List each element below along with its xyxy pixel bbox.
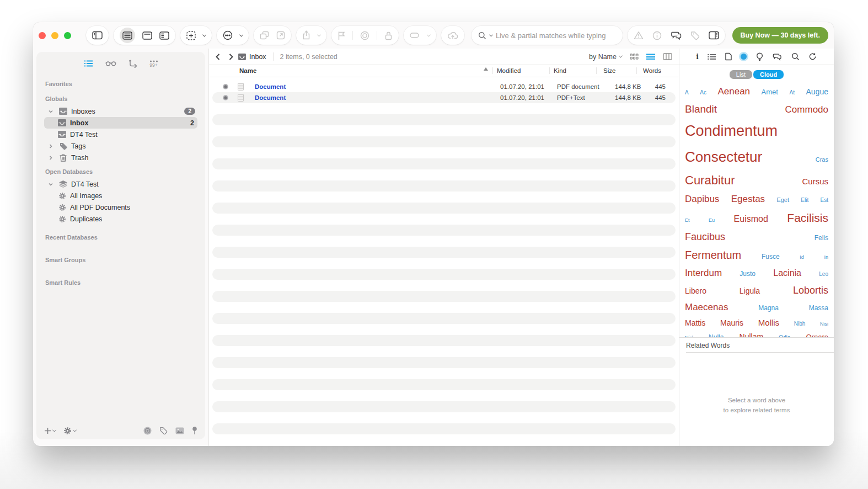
view-list-icon[interactable] <box>120 28 135 43</box>
cloud-word[interactable]: Blandit <box>685 100 717 118</box>
cloud-word[interactable]: Massa <box>809 302 828 314</box>
sidebar-item-dt4-inbox[interactable]: DT4 Test <box>44 129 197 140</box>
buy-now-button[interactable]: Buy Now — 30 days left. <box>732 27 828 44</box>
tab-search-icon[interactable] <box>791 52 800 61</box>
sidebar-item-inbox[interactable]: Inbox 2 <box>44 117 197 129</box>
capsule-icon[interactable] <box>410 32 420 39</box>
cloud-word[interactable]: Egestas <box>731 191 765 208</box>
back-icon[interactable] <box>216 54 220 60</box>
cloud-word[interactable]: Lobortis <box>793 281 828 299</box>
tab-document-icon[interactable] <box>725 52 732 61</box>
tag-icon[interactable] <box>690 31 700 40</box>
view-preview-icon[interactable] <box>159 31 169 40</box>
cloud-word[interactable]: Est <box>821 195 828 205</box>
cloud-word[interactable]: Lacinia <box>773 265 801 281</box>
cloud-word[interactable]: Cursus <box>802 174 828 189</box>
inspector-toggle-icon[interactable] <box>709 31 719 40</box>
capture-icon[interactable] <box>128 60 137 68</box>
image-filter-icon[interactable] <box>175 427 184 434</box>
flag-icon[interactable] <box>337 31 345 40</box>
capsule-chevron-icon[interactable] <box>427 34 430 37</box>
cloud-word[interactable]: At <box>790 88 795 98</box>
column-header-kind[interactable]: Kind <box>554 67 566 74</box>
cloud-word[interactable]: Euismod <box>734 211 768 227</box>
tab-annotations-icon[interactable] <box>708 54 716 60</box>
disclosure-open-icon[interactable] <box>46 183 55 186</box>
cloud-word[interactable]: Curabitur <box>685 169 735 191</box>
cloud-word[interactable]: Justo <box>740 268 756 280</box>
cloud-word[interactable]: Ornare <box>806 331 828 337</box>
cloud-word[interactable]: Eget <box>776 195 789 205</box>
add-item-icon[interactable] <box>186 31 196 40</box>
cloud-word[interactable]: Nibh <box>794 319 806 329</box>
sidebar-item-all-pdf-documents[interactable]: All PDF Documents <box>44 201 197 213</box>
sidebar-overflow-icon[interactable]: 99+ <box>149 60 158 68</box>
sidebar-item-duplicates[interactable]: Duplicates <box>44 213 197 225</box>
cloud-word[interactable]: Faucibus <box>685 228 725 246</box>
cloud-word[interactable]: Fermentum <box>685 246 741 265</box>
breadcrumb[interactable]: Inbox <box>238 53 266 61</box>
cloud-word[interactable]: Leo <box>819 269 828 279</box>
sidebar-item-inboxes[interactable]: Inboxes 2 <box>44 105 197 117</box>
cloud-word[interactable]: Dapibus <box>685 191 719 208</box>
info-icon[interactable] <box>652 31 662 40</box>
cloud-word[interactable]: Eu <box>709 216 715 225</box>
search-options-chevron-icon[interactable] <box>490 34 492 37</box>
list-view-icon[interactable] <box>646 54 655 60</box>
sidebar-toggle-icon[interactable] <box>92 31 103 40</box>
cloud-word[interactable]: Id <box>800 253 804 262</box>
cloud-word[interactable]: Nisi <box>820 320 828 328</box>
cloud-upload-icon[interactable] <box>447 31 458 40</box>
open-externally-icon[interactable] <box>276 31 285 40</box>
column-header-size[interactable]: Size <box>603 67 615 74</box>
label-circle-icon[interactable] <box>360 31 369 40</box>
tab-info-icon[interactable]: i <box>696 52 699 61</box>
cloud-word[interactable]: Commodo <box>785 102 828 118</box>
cloud-word[interactable]: Consectetur <box>685 144 762 169</box>
cloud-word[interactable]: Augue <box>806 85 828 99</box>
forward-icon[interactable] <box>229 54 233 60</box>
grid-view-icon[interactable] <box>630 54 639 60</box>
add-item-chevron-icon[interactable] <box>203 34 206 37</box>
concordance-cloud-tab[interactable]: Cloud <box>753 70 784 79</box>
cloud-word[interactable]: Mollis <box>758 316 779 330</box>
cloud-word[interactable]: Magna <box>758 302 779 314</box>
tab-chat-icon[interactable] <box>772 53 782 61</box>
sidebar-item-all-images[interactable]: All Images <box>44 190 197 201</box>
lock-icon[interactable] <box>384 31 393 40</box>
cloud-word[interactable]: Nullam <box>740 330 764 337</box>
sort-menu[interactable]: by Name <box>589 53 622 61</box>
sidebar-list-filter-icon[interactable] <box>84 60 93 67</box>
cloud-word[interactable]: Et <box>685 216 690 225</box>
share-icon[interactable] <box>302 30 310 40</box>
zoom-window-button[interactable] <box>64 32 71 39</box>
search-icon[interactable] <box>478 31 486 40</box>
cloud-word[interactable]: A <box>685 88 689 98</box>
cloud-word[interactable]: Elit <box>801 195 808 205</box>
close-window-button[interactable] <box>39 32 46 39</box>
add-database-button[interactable] <box>44 427 56 434</box>
warning-icon[interactable] <box>634 31 644 40</box>
cloud-word[interactable]: Ac <box>700 88 706 98</box>
cell-name[interactable]: Document <box>255 83 286 90</box>
column-header-modified[interactable]: Modified <box>497 67 521 74</box>
disclosure-open-icon[interactable] <box>46 110 55 113</box>
chat-icon[interactable] <box>671 31 682 40</box>
minimize-window-button[interactable] <box>51 32 58 39</box>
table-row[interactable]: Document01.07.20, 21:01PDF document144,8… <box>212 81 676 92</box>
view-split-icon[interactable] <box>142 31 152 40</box>
cloud-word[interactable]: Nulla <box>709 332 724 337</box>
cloud-word[interactable]: Interdum <box>685 265 722 281</box>
table-row[interactable]: Document01.07.20, 21:01PDF+Text144,8 KB4… <box>212 92 676 103</box>
cloud-word[interactable]: Libero <box>685 284 706 298</box>
cloud-word[interactable]: Amet <box>762 86 778 98</box>
tag-filter-icon[interactable] <box>159 427 168 435</box>
column-header-words[interactable]: Words <box>643 67 661 74</box>
duplicate-icon[interactable] <box>260 31 269 40</box>
cloud-word[interactable]: Mattis <box>685 316 705 330</box>
search-input[interactable] <box>496 31 616 40</box>
share-chevron-icon[interactable] <box>318 34 320 37</box>
cloud-word[interactable]: Fusce <box>762 251 780 263</box>
cloud-word[interactable]: Maecenas <box>685 299 728 316</box>
more-actions-chevron-icon[interactable] <box>240 34 243 37</box>
